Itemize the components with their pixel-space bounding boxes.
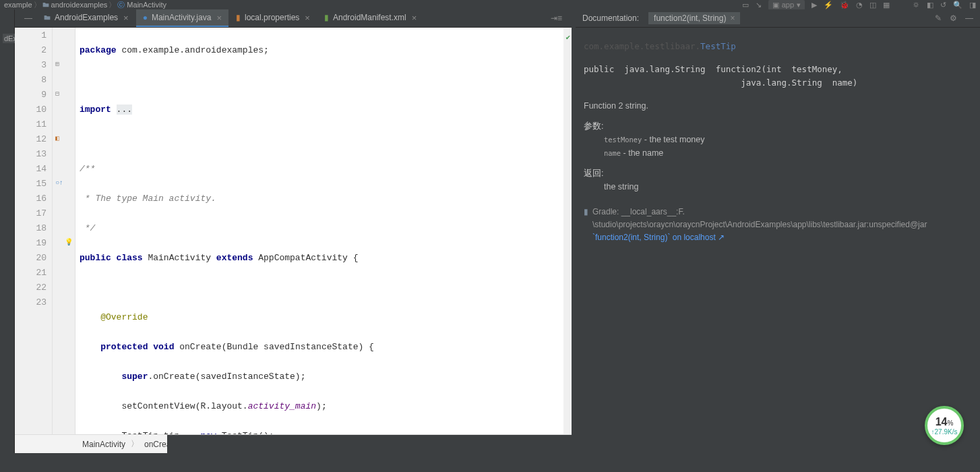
debug-icon[interactable]: 🐞 xyxy=(840,1,849,9)
documentation-panel: Documentation: function2(int, String) × … xyxy=(576,9,980,453)
search-icon[interactable]: 🔍 xyxy=(953,1,962,9)
tool-icon[interactable]: ↺ xyxy=(940,1,946,9)
editor-tabs: — AndroidExamples × ● MainActivity.java … xyxy=(15,9,572,28)
tool-icon[interactable]: ◧ xyxy=(927,1,933,9)
params-label: 参数: xyxy=(584,119,972,133)
breadcrumb[interactable]: example 〉 androidexamples 〉 ⓒ MainActivi… xyxy=(4,0,166,10)
code-editor[interactable]: 123891011 12131415161718 1920212223 ⊞ ⊟ … xyxy=(15,28,572,434)
editor-tab[interactable]: ▮ local.properties × xyxy=(229,9,317,27)
chevron-right-icon: 〉 xyxy=(109,0,116,10)
tool-window-stripe-left[interactable]: dExa xyxy=(0,9,15,453)
class-gutter-icon[interactable]: ◧ xyxy=(55,131,59,146)
close-icon[interactable]: × xyxy=(123,13,129,23)
breadcrumb-item[interactable]: ⓒ MainActivity xyxy=(117,0,166,10)
tabs-more-icon[interactable]: ⇥≡ xyxy=(547,13,566,23)
apply-changes-icon[interactable]: ⚡ xyxy=(824,1,833,9)
avd-icon[interactable]: ◫ xyxy=(869,1,876,9)
device-icon[interactable]: ▭ xyxy=(742,1,749,9)
run-config-selector[interactable]: ▣ app ▾ xyxy=(768,0,805,10)
manifest-icon: ▮ xyxy=(324,13,329,22)
tab-label: local.properties xyxy=(245,13,299,22)
doc-external-link[interactable]: `function2(int, String)` on localhost ↗ xyxy=(592,233,725,242)
close-icon[interactable]: × xyxy=(730,13,735,23)
editor-breadcrumbs: MainActivity 〉 onCreate() xyxy=(15,434,572,453)
chevron-right-icon: 〉 xyxy=(131,438,139,450)
sdk-icon[interactable]: ▦ xyxy=(883,1,890,9)
tab-label: MainActivity.java xyxy=(152,13,211,22)
breadcrumb-item[interactable]: androidexamples xyxy=(42,1,108,9)
crumb[interactable]: MainActivity xyxy=(82,440,125,449)
doc-tab[interactable]: function2(int, String) × xyxy=(648,12,740,24)
icon-gutter: ⊞ ⊟ ◧ ○↑ 💡 xyxy=(53,28,75,434)
close-icon[interactable]: × xyxy=(412,13,417,23)
returns-label: 返回: xyxy=(584,167,972,180)
override-icon[interactable]: ○↑ xyxy=(55,176,63,191)
dropdown-icon: ▾ xyxy=(797,1,801,9)
sync-icon[interactable]: ↘ xyxy=(756,1,762,9)
java-class-icon: ● xyxy=(143,13,148,22)
minimize-icon[interactable]: — xyxy=(20,13,36,23)
doc-signature: public java.lang.String function2(int te… xyxy=(584,63,972,90)
doc-fqn: com.example.testlibaar.TestTip xyxy=(584,40,972,53)
editor-tab[interactable]: AndroidExamples × xyxy=(37,9,135,27)
properties-icon: ▮ xyxy=(236,13,241,22)
gear-icon[interactable]: ⚙ xyxy=(950,13,957,23)
editor-tab[interactable]: ▮ AndroidManifest.xml × xyxy=(317,9,423,27)
close-icon[interactable]: × xyxy=(305,13,310,23)
doc-returns: the string xyxy=(584,180,972,194)
tool-icon[interactable]: ◨ xyxy=(969,1,976,9)
doc-param: name - the name xyxy=(584,146,972,160)
doc-title: Documentation: xyxy=(582,13,639,23)
android-icon: ▣ xyxy=(772,1,779,9)
bulb-icon[interactable]: 💡 xyxy=(65,235,73,250)
nav-bar: example 〉 androidexamples 〉 ⓒ MainActivi… xyxy=(0,0,980,9)
fold-icon[interactable]: ⊞ xyxy=(55,57,59,72)
tab-label: AndroidExamples xyxy=(55,13,118,22)
inspection-ok-icon[interactable]: ✔ xyxy=(565,30,570,45)
editor-tab[interactable]: ● MainActivity.java × xyxy=(136,9,228,27)
doc-param: testMoney - the test money xyxy=(584,133,972,146)
run-button[interactable]: ▶ xyxy=(811,1,817,9)
profile-icon[interactable]: ◔ xyxy=(856,1,863,9)
edit-icon[interactable]: ✎ xyxy=(935,13,942,23)
tool-icon[interactable]: ⛭ xyxy=(913,1,920,9)
main-toolbar: ▭ ↘ ▣ app ▾ ▶ ⚡ 🐞 ◔ ◫ ▦ ⛭ ◧ ↺ 🔍 ◨ xyxy=(742,0,976,10)
fold-icon[interactable]: ⊟ xyxy=(55,87,59,102)
doc-header: Documentation: function2(int, String) × … xyxy=(576,9,980,28)
hide-icon[interactable]: — xyxy=(965,13,973,23)
breadcrumb-item[interactable]: example xyxy=(4,1,32,9)
gradle-icon: ▮ xyxy=(584,206,588,218)
chevron-right-icon: 〉 xyxy=(34,0,41,10)
code-text[interactable]: package com.example.androidexamples; imp… xyxy=(75,28,563,434)
doc-content: com.example.testlibaar.TestTip public ja… xyxy=(576,28,980,453)
network-meter-widget[interactable]: 14% ↑27.9K/s xyxy=(925,406,964,445)
line-gutter: 123891011 12131415161718 1920212223 xyxy=(15,28,53,434)
doc-description: Function 2 string. xyxy=(584,99,972,113)
close-icon[interactable]: × xyxy=(216,13,222,23)
tab-label: AndroidManifest.xml xyxy=(333,13,406,22)
doc-source: ▮ Gradle: __local_aars__:F. \studio\proj… xyxy=(584,206,972,245)
upload-rate: ↑27.9K/s xyxy=(931,428,958,436)
error-stripe[interactable]: ✔ xyxy=(563,28,572,434)
editor-pane: — AndroidExamples × ● MainActivity.java … xyxy=(15,9,572,453)
